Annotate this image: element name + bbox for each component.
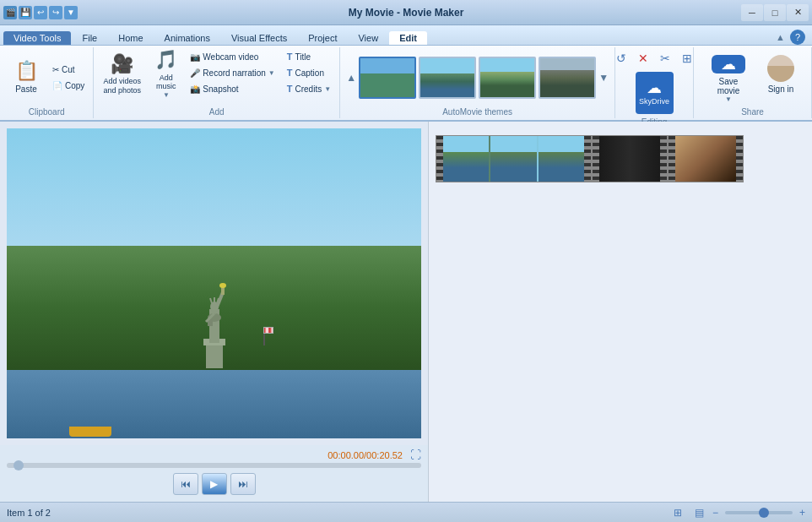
app-icon: 🎬 (3, 6, 17, 19)
record-narration-button[interactable]: 🎤 Record narration ▼ (187, 65, 278, 80)
main-content: 00:00.00/00:20.52 ⛶ ⏮ ▶ ⏭ (0, 122, 812, 502)
avatar (767, 55, 794, 82)
tab-file[interactable]: File (72, 31, 107, 45)
video-frame (7, 128, 421, 438)
status-item-info: Item 1 of 2 (7, 508, 51, 518)
tab-edit[interactable]: Edit (389, 31, 427, 45)
ribbon-group-clipboard: 📋 Paste ✂ Cut 📄 Copy Clipboard (0, 47, 94, 118)
add-label: Add (209, 106, 225, 117)
caption-button[interactable]: T Caption (284, 65, 334, 80)
rotate-left-button[interactable]: ↺ (611, 49, 631, 68)
clipboard-content: 📋 Paste ✂ Cut 📄 Copy (5, 49, 88, 106)
title-bar-left: 🎬 💾 ↩ ↪ ▼ (3, 6, 78, 19)
save-movie-button[interactable]: ☁ Save movie ▼ (701, 52, 756, 104)
webcam-button[interactable]: 📷 Webcam video (187, 49, 278, 64)
cut-icon: ✂ (52, 65, 59, 74)
prev-frame-button[interactable]: ⏮ (173, 473, 198, 495)
help-icon[interactable]: ? (790, 30, 805, 45)
theme-4[interactable] (539, 57, 596, 99)
time-display: 00:00.00/00:20.52 ⛶ (7, 449, 421, 461)
ribbon-collapse-btn[interactable]: ▲ (776, 32, 785, 42)
ribbon-group-share: ☁ Save movie ▼ Sign in Share (694, 47, 812, 118)
seek-bar[interactable] (7, 463, 421, 468)
theme-2[interactable] (419, 57, 476, 99)
preview-panel: 00:00.00/00:20.52 ⛶ ⏮ ▶ ⏭ (0, 122, 429, 502)
sky-bg (7, 128, 421, 246)
save-movie-dropdown: ▼ (725, 95, 732, 103)
tab-view[interactable]: View (348, 31, 388, 45)
add-music-button[interactable]: 🎵 Addmusic ▼ (147, 49, 185, 100)
close-button[interactable]: ✕ (787, 4, 809, 21)
themes-scroll-up[interactable]: ▲ (345, 57, 357, 99)
film-clip-3[interactable] (668, 135, 744, 182)
credits-button[interactable]: T Credits ▼ (284, 81, 334, 96)
frame2 (490, 136, 536, 182)
music-icon: 🎵 (154, 49, 177, 71)
fullscreen-icon[interactable]: ⛶ (410, 449, 421, 461)
zoom-handle[interactable] (759, 508, 769, 518)
theme-3[interactable] (479, 57, 536, 99)
title-bar-controls: ─ □ ✕ (741, 4, 809, 21)
seek-handle[interactable] (14, 460, 24, 470)
themes-content: ▲ ▼ (345, 49, 609, 106)
zoom-in-icon[interactable]: + (799, 507, 805, 519)
rotate-right-button[interactable]: ✕ (633, 49, 653, 68)
frame1 (443, 136, 489, 182)
tab-visual-effects[interactable]: Visual Effects (221, 31, 297, 45)
boat (69, 427, 111, 437)
film-clip-2[interactable] (592, 135, 668, 182)
sign-in-button[interactable]: Sign in (758, 52, 804, 104)
quick-access-redo[interactable]: ↪ (49, 6, 62, 19)
minimize-button[interactable]: ─ (741, 4, 763, 21)
play-button[interactable]: ▶ (202, 473, 227, 495)
theme-1[interactable] (359, 57, 416, 99)
flag (263, 327, 273, 334)
webcam-icon: 📷 (190, 52, 200, 62)
ribbon-group-add: 🎥 Add videos and photos 🎵 Addmusic ▼ 📷 W… (94, 47, 340, 118)
title-button[interactable]: T Title (284, 49, 334, 64)
credits-icon: T (287, 84, 293, 94)
film-clip-1[interactable] (436, 135, 592, 182)
music-dropdown-arrow: ▼ (163, 91, 170, 100)
clip3-frames (675, 136, 736, 182)
quick-access-undo[interactable]: ↩ (34, 6, 47, 19)
tab-home[interactable]: Home (108, 31, 153, 45)
next-frame-button[interactable]: ⏭ (230, 473, 256, 495)
storyboard-view-button[interactable]: ⊞ (669, 505, 687, 520)
quick-access-save[interactable]: 💾 (19, 6, 32, 19)
add-col-right: 📷 Webcam video 🎤 Record narration ▼ 📸 Sn… (187, 49, 278, 96)
snapshot-button[interactable]: 📸 Snapshot (187, 81, 278, 96)
tab-video-tools[interactable]: Video Tools (3, 31, 71, 45)
title-bar: 🎬 💾 ↩ ↪ ▼ My Movie - Movie Maker ─ □ ✕ (0, 0, 812, 25)
quick-access-more[interactable]: ▼ (64, 6, 78, 19)
themes-scroll-down[interactable]: ▼ (598, 57, 609, 99)
clip1-frames (443, 136, 584, 182)
caption-icon: T (287, 68, 293, 78)
timeline-view-button[interactable]: ▤ (690, 505, 709, 520)
credits-dropdown: ▼ (324, 85, 331, 93)
share-label: Share (741, 106, 764, 117)
trim-button[interactable]: ✂ (655, 49, 675, 68)
timeline-panel (429, 122, 812, 502)
app-title: My Movie - Movie Maker (349, 7, 464, 19)
tab-animations[interactable]: Animations (154, 31, 220, 45)
copy-button[interactable]: 📄 Copy (49, 78, 88, 93)
zoom-out-icon[interactable]: − (712, 507, 718, 519)
add-videos-button[interactable]: 🎥 Add videos and photos (99, 49, 145, 100)
cut-button[interactable]: ✂ Cut (49, 62, 88, 77)
tab-project[interactable]: Project (298, 31, 347, 45)
add-col-titles: T Title T Caption T Credits ▼ (284, 49, 334, 96)
playback-controls-row: ⏮ ▶ ⏭ (7, 473, 421, 495)
video-preview (7, 128, 421, 438)
playback-controls: 00:00.00/00:20.52 ⛶ ⏮ ▶ ⏭ (0, 445, 428, 502)
ribbon: 📋 Paste ✂ Cut 📄 Copy Clipboard 🎥 Add vid… (0, 46, 812, 122)
ribbon-tab-bar: Video Tools File Home Animations Visual … (0, 25, 812, 46)
zoom-slider[interactable] (725, 511, 793, 514)
current-time: 00:00.00 (328, 450, 364, 460)
cloud-save-button[interactable]: ☁ SkyDrive (636, 72, 674, 114)
cloud-icon: ☁ (647, 79, 662, 98)
paste-button[interactable]: 📋 Paste (5, 52, 47, 103)
status-bar: Item 1 of 2 ⊞ ▤ − + (0, 502, 812, 522)
clip2-frames (599, 136, 660, 182)
maximize-button[interactable]: □ (764, 4, 786, 21)
